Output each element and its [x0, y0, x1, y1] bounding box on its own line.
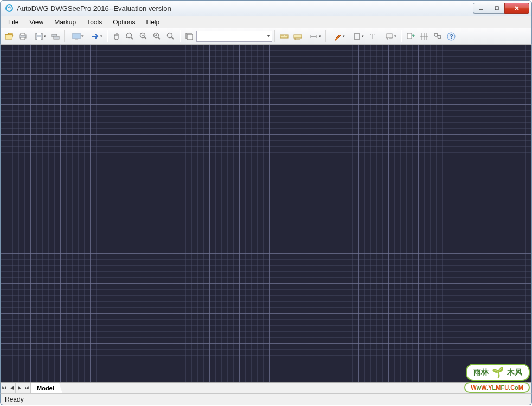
titlebar: AutoDWG DWGSeePro 2016--Evaluation versi…	[0, 0, 532, 16]
separator	[64, 30, 65, 42]
svg-rect-39	[407, 33, 412, 39]
grid-settings-button[interactable]	[418, 30, 431, 43]
separator	[401, 30, 402, 42]
svg-rect-4	[21, 33, 25, 35]
pan-button[interactable]	[110, 30, 123, 43]
svg-rect-26	[187, 34, 193, 40]
menu-file[interactable]: File	[3, 17, 24, 27]
svg-text:T: T	[370, 33, 375, 41]
separator	[180, 30, 181, 42]
arrow-button[interactable]	[86, 30, 105, 43]
text-button[interactable]: T	[367, 30, 380, 43]
watermark-url: WwW.YLMFU.CoM	[464, 382, 530, 393]
menu-help[interactable]: Help	[141, 17, 165, 27]
separator	[274, 30, 275, 42]
toolbar: T ?	[0, 28, 532, 45]
open-button[interactable]	[3, 30, 16, 43]
plant-icon: 🌱	[492, 366, 504, 378]
svg-point-45	[438, 35, 441, 39]
svg-point-0	[6, 5, 12, 11]
tab-last-button[interactable]: ⏭	[23, 383, 31, 393]
separator	[325, 30, 326, 42]
menu-markup[interactable]: Markup	[49, 17, 81, 27]
watermark: 雨林 🌱 木风 WwW.YLMFU.CoM	[464, 364, 530, 393]
drawing-canvas[interactable]	[0, 45, 532, 382]
svg-rect-7	[37, 33, 41, 35]
zoom-out-button[interactable]	[137, 30, 150, 43]
export-button[interactable]	[404, 30, 417, 43]
tab-first-button[interactable]: ⏮	[1, 383, 8, 393]
tab-prev-button[interactable]: ◀	[8, 383, 16, 393]
svg-line-24	[171, 37, 174, 39]
layers-button[interactable]	[183, 30, 196, 43]
minimize-button[interactable]	[473, 3, 489, 14]
menu-view[interactable]: View	[24, 17, 49, 27]
svg-rect-5	[21, 37, 25, 40]
search-button[interactable]	[431, 30, 444, 43]
help-button[interactable]: ?	[445, 30, 458, 43]
layer-combo[interactable]	[196, 31, 272, 42]
save-button[interactable]	[30, 30, 48, 43]
zoom-window-button[interactable]	[164, 30, 177, 43]
svg-rect-32	[294, 35, 302, 38]
tab-nav: ⏮ ◀ ▶ ⏭	[1, 383, 31, 393]
close-button[interactable]	[504, 3, 529, 14]
measure-distance-button[interactable]	[278, 30, 291, 43]
svg-rect-12	[73, 34, 80, 38]
status-text: Ready	[5, 396, 24, 403]
comment-button[interactable]	[380, 30, 399, 43]
markup-shape-button[interactable]	[348, 30, 366, 43]
measure-area-button[interactable]	[291, 30, 304, 43]
window-controls	[473, 3, 529, 14]
menubar: File View Markup Tools Options Help	[0, 16, 532, 28]
zoom-extents-button[interactable]	[124, 30, 137, 43]
svg-text:?: ?	[450, 33, 453, 40]
svg-rect-8	[37, 37, 41, 40]
svg-line-20	[158, 37, 160, 39]
menu-tools[interactable]: Tools	[81, 17, 107, 27]
statusbar: Ready	[0, 393, 532, 405]
separator	[107, 30, 108, 42]
batch-print-button[interactable]	[49, 30, 62, 43]
dimension-button[interactable]	[305, 30, 323, 43]
svg-rect-36	[354, 34, 360, 39]
app-icon	[5, 4, 14, 12]
tabstrip: ⏮ ◀ ▶ ⏭ Model	[0, 382, 532, 393]
menu-options[interactable]: Options	[107, 17, 140, 27]
grid-major	[1, 45, 531, 382]
svg-rect-2	[495, 7, 498, 10]
tab-next-button[interactable]: ▶	[16, 383, 23, 393]
svg-rect-38	[386, 34, 393, 38]
watermark-logo: 雨林 🌱 木风	[466, 364, 530, 381]
markup-pen-button[interactable]	[329, 30, 347, 43]
svg-line-15	[131, 37, 133, 39]
svg-rect-13	[75, 39, 78, 40]
print-button[interactable]	[16, 30, 29, 43]
maximize-button[interactable]	[489, 3, 505, 14]
window-title: AutoDWG DWGSeePro 2016--Evaluation versi…	[17, 4, 473, 12]
view-mode-button[interactable]	[67, 30, 86, 43]
svg-rect-10	[54, 36, 59, 39]
zoom-in-button[interactable]	[151, 30, 164, 43]
tab-model[interactable]: Model	[31, 383, 62, 393]
svg-line-17	[144, 37, 146, 39]
